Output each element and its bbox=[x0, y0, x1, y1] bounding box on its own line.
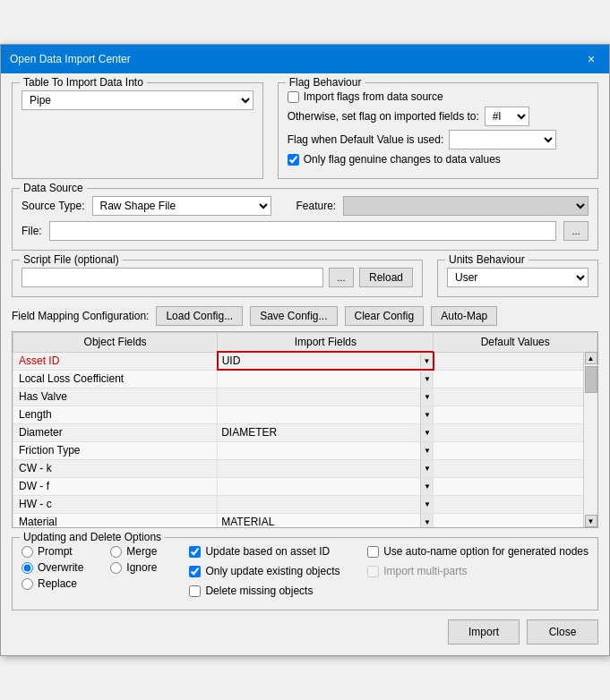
import-button[interactable]: Import bbox=[448, 619, 520, 645]
default-value-cell bbox=[434, 388, 597, 405]
reload-button[interactable]: Reload bbox=[359, 268, 413, 287]
table-scrollbar[interactable]: ▲ ▼ bbox=[583, 352, 597, 527]
object-field-cell: Friction Type bbox=[13, 441, 218, 459]
prompt-radio-row: Prompt bbox=[21, 545, 83, 558]
update-options-section: Updating and Delete Options Prompt Overw… bbox=[12, 537, 598, 610]
default-value-cell bbox=[434, 370, 597, 388]
auto-map-button[interactable]: Auto-Map bbox=[431, 306, 497, 326]
file-browse-button[interactable]: ... bbox=[563, 221, 589, 241]
flag-behaviour-label: Flag Behaviour bbox=[286, 76, 365, 89]
flag-when-select[interactable] bbox=[449, 130, 556, 149]
delete-missing-label: Delete missing objects bbox=[205, 585, 313, 597]
file-input[interactable]: D:\Innovyze\InfoWorks WS Pro\LearnOnedat… bbox=[49, 221, 556, 241]
import-field-cell[interactable]: ▼ bbox=[218, 388, 434, 405]
table-row: Local Loss Coefficient ▼ bbox=[13, 370, 597, 388]
update-based-checkbox[interactable] bbox=[189, 546, 201, 558]
object-field-cell: Material bbox=[13, 513, 218, 528]
import-flags-checkbox[interactable] bbox=[288, 91, 299, 103]
table-row: Diameter DIAMETER ▼ bbox=[13, 423, 597, 441]
scroll-track bbox=[585, 364, 597, 515]
import-field-dropdown-arrow[interactable]: ▼ bbox=[420, 514, 433, 529]
table-row: Has Valve ▼ bbox=[13, 388, 597, 405]
clear-config-button[interactable]: Clear Config bbox=[345, 306, 425, 326]
import-multiparts-checkbox[interactable] bbox=[367, 566, 379, 577]
units-behaviour-section: Units Behaviour User bbox=[437, 260, 598, 297]
units-behaviour-select[interactable]: User bbox=[447, 268, 589, 287]
col-default-values: Default Values bbox=[434, 333, 597, 353]
load-config-button[interactable]: Load Config... bbox=[156, 306, 243, 326]
import-field-dropdown-arrow[interactable]: ▼ bbox=[420, 353, 433, 369]
close-button[interactable]: Close bbox=[527, 619, 598, 645]
import-field-cell[interactable]: ▼ bbox=[218, 477, 434, 495]
object-field-cell: Length bbox=[13, 405, 218, 423]
ignore-radio[interactable] bbox=[110, 562, 122, 574]
delete-missing-checkbox[interactable] bbox=[189, 585, 201, 597]
table-to-import-select[interactable]: Pipe bbox=[21, 90, 253, 110]
script-file-input[interactable] bbox=[21, 268, 323, 287]
scroll-down-arrow[interactable]: ▼ bbox=[585, 515, 597, 527]
source-type-select[interactable]: Raw Shape File bbox=[92, 196, 271, 216]
import-field-dropdown-arrow[interactable]: ▼ bbox=[420, 371, 433, 388]
save-config-button[interactable]: Save Config... bbox=[250, 306, 337, 326]
feature-label: Feature: bbox=[296, 200, 337, 212]
scrollbar-thumb[interactable] bbox=[585, 366, 597, 393]
object-field-cell: Diameter bbox=[13, 423, 218, 441]
overwrite-radio[interactable] bbox=[21, 562, 33, 574]
feature-select[interactable] bbox=[343, 196, 589, 216]
table-row: Material MATERIAL ▼ bbox=[13, 513, 597, 528]
checkbox-options-col: Update based on asset ID Only update exi… bbox=[189, 545, 339, 601]
import-field-dropdown-arrow[interactable]: ▼ bbox=[420, 460, 433, 477]
scroll-up-arrow[interactable]: ▲ bbox=[585, 352, 597, 364]
import-field-dropdown-arrow[interactable]: ▼ bbox=[420, 388, 433, 405]
import-field-dropdown-arrow[interactable]: ▼ bbox=[420, 442, 433, 459]
import-field-cell[interactable]: UID ▼ bbox=[218, 352, 434, 370]
import-field-cell[interactable]: DIAMETER ▼ bbox=[218, 423, 434, 441]
update-based-label: Update based on asset ID bbox=[205, 545, 330, 558]
mapping-table-container: Object Fields Import Fields Default Valu… bbox=[12, 331, 598, 528]
close-icon[interactable]: × bbox=[582, 50, 600, 68]
import-field-dropdown-arrow[interactable]: ▼ bbox=[420, 424, 433, 441]
import-field-dropdown-arrow[interactable]: ▼ bbox=[420, 496, 433, 513]
table-row: HW - c ▼ bbox=[13, 495, 597, 513]
import-field-cell[interactable]: ▼ bbox=[218, 405, 434, 423]
import-flags-label: Import flags from data source bbox=[304, 90, 443, 103]
flag-when-label: Flag when Default Value is used: bbox=[288, 133, 444, 146]
flag-value-select[interactable]: #l bbox=[485, 107, 529, 126]
import-field-dropdown-arrow[interactable]: ▼ bbox=[420, 406, 433, 423]
default-value-cell bbox=[434, 459, 597, 477]
import-field-cell[interactable]: ▼ bbox=[218, 495, 434, 513]
import-field-cell[interactable]: ▼ bbox=[218, 441, 434, 459]
title-bar: Open Data Import Center × bbox=[1, 45, 609, 73]
merge-radio[interactable] bbox=[110, 546, 122, 558]
source-type-row: Source Type: Raw Shape File Feature: bbox=[21, 196, 589, 216]
replace-radio[interactable] bbox=[21, 578, 33, 590]
file-label: File: bbox=[21, 225, 42, 237]
default-value-cell bbox=[434, 513, 597, 528]
import-field-cell[interactable]: MATERIAL ▼ bbox=[218, 513, 434, 528]
table-row: Length ▼ bbox=[13, 405, 597, 423]
only-genuine-checkbox[interactable] bbox=[288, 154, 299, 166]
object-field-cell: CW - k bbox=[13, 459, 218, 477]
update-based-row: Update based on asset ID bbox=[189, 545, 339, 558]
otherwise-row: Otherwise, set flag on imported fields t… bbox=[288, 107, 589, 126]
table-row: CW - k ▼ bbox=[13, 459, 597, 477]
script-browse-button[interactable]: ... bbox=[329, 268, 354, 287]
default-value-cell bbox=[434, 352, 597, 370]
delete-missing-row: Delete missing objects bbox=[189, 585, 339, 597]
import-field-cell[interactable]: ▼ bbox=[218, 459, 434, 477]
only-genuine-row: Only flag genuine changes to data values bbox=[288, 153, 589, 166]
auto-name-label: Use auto-name option for generated nodes bbox=[383, 545, 589, 558]
overwrite-radio-row: Overwrite bbox=[21, 561, 83, 574]
only-update-checkbox[interactable] bbox=[189, 566, 201, 577]
table-to-import-label: Table To Import Data Into bbox=[20, 76, 147, 89]
auto-name-checkbox[interactable] bbox=[367, 546, 379, 558]
prompt-radio[interactable] bbox=[21, 546, 33, 558]
import-field-dropdown-arrow[interactable]: ▼ bbox=[420, 478, 433, 495]
data-source-section: Data Source Source Type: Raw Shape File … bbox=[12, 188, 598, 251]
import-field-cell[interactable]: ▼ bbox=[218, 370, 434, 388]
merge-radio-row: Merge bbox=[110, 545, 157, 558]
script-file-label: Script File (optional) bbox=[20, 253, 123, 266]
window-title: Open Data Import Center bbox=[10, 53, 131, 65]
field-mapping-label: Field Mapping Configuration: bbox=[12, 310, 149, 322]
default-value-cell bbox=[434, 441, 597, 459]
